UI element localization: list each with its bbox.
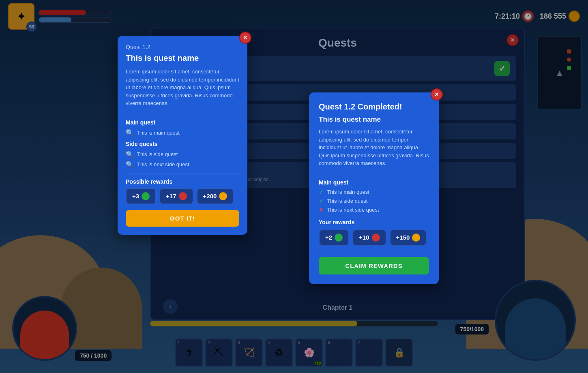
quest-completed-desc: Lorem ipsum dolor sit amet, consectetur … bbox=[319, 128, 429, 167]
reward-badge-3: +200 bbox=[197, 188, 234, 204]
completed-task-2-text: This is side quest bbox=[327, 198, 367, 204]
reward-badge-2: +17 bbox=[159, 188, 193, 204]
quest-detail-close-button[interactable]: × bbox=[239, 32, 251, 44]
possible-rewards-label: Possible rewards bbox=[126, 178, 239, 185]
quest-detail-name: This is quest name bbox=[126, 54, 239, 63]
reward-2-icon bbox=[179, 192, 187, 200]
modal-overlay bbox=[0, 0, 588, 373]
task-3-cross-icon: ✗ bbox=[319, 207, 324, 213]
completed-reward-3-icon bbox=[412, 234, 420, 242]
completed-reward-2-value: +10 bbox=[359, 234, 369, 241]
quest-detail-desc: Lorem ipsum dolor sit amet, consectetur … bbox=[126, 68, 239, 107]
quest-completed-close-button[interactable]: × bbox=[431, 88, 443, 101]
completed-reward-badge-1: +2 bbox=[319, 229, 349, 246]
rewards-row: +3 +17 +200 bbox=[126, 188, 239, 204]
reward-badge-1: +3 bbox=[126, 188, 156, 204]
completed-task-3-text: This is next side quest bbox=[327, 207, 379, 213]
reward-3-value: +200 bbox=[203, 193, 217, 199]
quest-detail-divider-2 bbox=[126, 173, 239, 174]
side-quest-2-icon: 🔍 bbox=[126, 161, 134, 168]
completed-divider-1 bbox=[319, 174, 429, 174]
reward-1-value: +3 bbox=[132, 193, 139, 199]
got-it-button[interactable]: GOT IT! bbox=[126, 210, 239, 227]
main-quest-task: 🔍 This is main quest bbox=[126, 129, 239, 137]
side-quest-2-text: This is next side quest bbox=[137, 161, 189, 167]
main-quest-task-text: This is main quest bbox=[137, 130, 180, 136]
main-quest-task-icon: 🔍 bbox=[126, 129, 134, 137]
quest-completed-name: This is quest name bbox=[319, 116, 429, 124]
completed-reward-1-value: +2 bbox=[325, 234, 332, 241]
task-1-check-icon: ✓ bbox=[319, 189, 324, 195]
side-quest-2-task: 🔍 This is next side quest bbox=[126, 161, 239, 168]
claim-rewards-button[interactable]: CLAIM REWARDS bbox=[319, 257, 429, 274]
side-quest-1-icon: 🔍 bbox=[126, 150, 134, 158]
side-quest-1-task: 🔍 This is side quest bbox=[126, 150, 239, 158]
reward-1-icon bbox=[142, 192, 150, 200]
reward-2-value: +17 bbox=[166, 193, 176, 199]
completed-task-1: ✓ This is main quest bbox=[319, 189, 429, 195]
completed-main-quest-label: Main quest bbox=[319, 179, 429, 186]
side-quest-1-text: This is side quest bbox=[137, 151, 178, 157]
completed-task-3: ✗ This is next side quest bbox=[319, 207, 429, 213]
completed-reward-badge-3: +150 bbox=[390, 229, 427, 246]
main-quest-label: Main quest bbox=[126, 119, 239, 126]
task-2-check-icon: ✓ bbox=[319, 198, 324, 204]
quest-completed-modal: × Quest 1.2 Completed! This is quest nam… bbox=[309, 92, 439, 284]
quest-detail-modal: × Quest 1.2 This is quest name Lorem ips… bbox=[118, 36, 247, 235]
completed-task-2: ✓ This is side quest bbox=[319, 198, 429, 204]
completed-rewards-row: +2 +10 +150 bbox=[319, 229, 429, 246]
quest-completed-title: Quest 1.2 Completed! bbox=[319, 102, 429, 111]
completed-reward-1-icon bbox=[335, 234, 343, 242]
completed-reward-2-icon bbox=[372, 234, 380, 242]
completed-task-1-text: This is main quest bbox=[327, 189, 369, 195]
side-quests-label: Side quests bbox=[126, 141, 239, 147]
quest-detail-divider-1 bbox=[126, 114, 239, 114]
quest-number-label: Quest 1.2 bbox=[126, 44, 239, 50]
completed-reward-3-value: +150 bbox=[396, 234, 410, 241]
reward-3-icon bbox=[219, 192, 227, 200]
your-rewards-label: Your rewards bbox=[319, 219, 429, 225]
completed-reward-badge-2: +10 bbox=[352, 229, 386, 246]
